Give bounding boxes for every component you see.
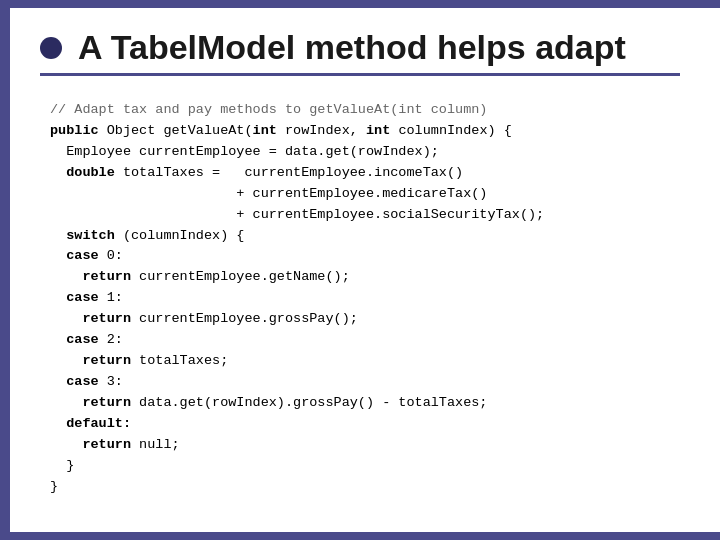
- code-line-3: Employee currentEmployee = data.get(rowI…: [50, 142, 670, 163]
- title-bullet: [40, 37, 62, 59]
- code-line-18: }: [50, 456, 670, 477]
- code-block: // Adapt tax and pay methods to getValue…: [40, 100, 680, 512]
- code-line-8: case 0:: [50, 246, 670, 267]
- title-area: A TabelModel method helps adapt: [40, 28, 680, 76]
- code-line-7: switch (columnIndex) {: [50, 226, 670, 247]
- code-line-9: return currentEmployee.getName();: [50, 267, 670, 288]
- slide-title: A TabelModel method helps adapt: [78, 28, 626, 67]
- top-bar: [0, 0, 720, 8]
- slide-content: A TabelModel method helps adapt // Adapt…: [0, 8, 720, 532]
- code-line-4: double totalTaxes = currentEmployee.inco…: [50, 163, 670, 184]
- code-line-13: return totalTaxes;: [50, 351, 670, 372]
- bottom-bar: [0, 532, 720, 540]
- code-line-5: + currentEmployee.medicareTax(): [50, 184, 670, 205]
- code-line-11: return currentEmployee.grossPay();: [50, 309, 670, 330]
- code-line-16: default:: [50, 414, 670, 435]
- code-line-2: public Object getValueAt(int rowIndex, i…: [50, 121, 670, 142]
- code-line-10: case 1:: [50, 288, 670, 309]
- code-line-1: // Adapt tax and pay methods to getValue…: [50, 100, 670, 121]
- code-line-17: return null;: [50, 435, 670, 456]
- code-line-15: return data.get(rowIndex).grossPay() - t…: [50, 393, 670, 414]
- code-line-6: + currentEmployee.socialSecurityTax();: [50, 205, 670, 226]
- code-line-14: case 3:: [50, 372, 670, 393]
- code-line-12: case 2:: [50, 330, 670, 351]
- left-accent: [0, 8, 10, 532]
- slide: A TabelModel method helps adapt // Adapt…: [0, 0, 720, 540]
- code-line-19: }: [50, 477, 670, 498]
